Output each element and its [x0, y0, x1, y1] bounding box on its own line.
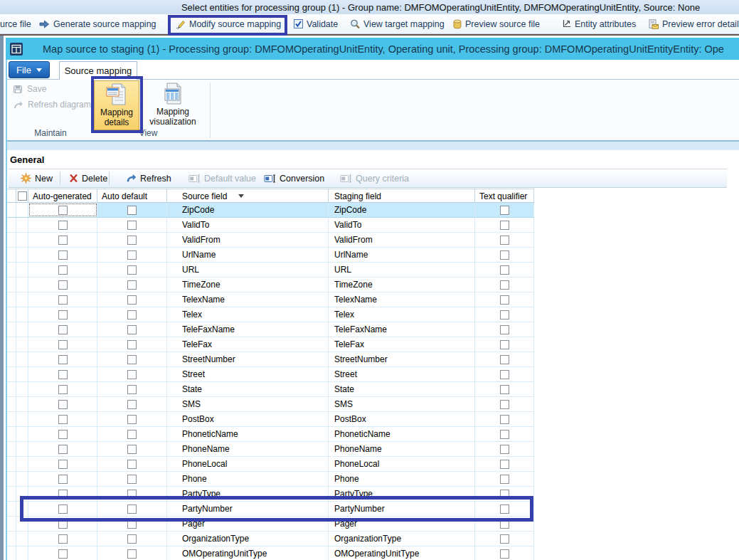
auto-default-checkbox[interactable] [127, 265, 137, 275]
text-qualifier-checkbox[interactable] [500, 280, 509, 290]
column-header-auto-generated[interactable]: Auto-generated [28, 189, 97, 203]
auto-default-checkbox[interactable] [127, 340, 137, 349]
table-row[interactable]: TeleFaxName TeleFaxName [7, 322, 534, 337]
auto-default-cell[interactable] [97, 546, 167, 560]
toolbar-item-modify-source-mapping[interactable]: Modify source mapping [176, 14, 281, 33]
text-qualifier-checkbox[interactable] [500, 534, 509, 544]
select-all-cell[interactable] [16, 189, 28, 203]
text-qualifier-checkbox[interactable] [500, 221, 509, 230]
table-row[interactable]: PartyType PartyType [7, 487, 534, 502]
staging-field-cell[interactable]: PartyNumber [329, 502, 475, 516]
text-qualifier-cell[interactable] [475, 292, 534, 307]
text-qualifier-checkbox[interactable] [500, 250, 509, 260]
staging-field-cell[interactable]: Street [329, 367, 475, 381]
text-qualifier-cell[interactable] [475, 487, 534, 501]
text-qualifier-checkbox[interactable] [500, 310, 509, 319]
auto-default-cell[interactable] [97, 203, 167, 217]
auto-generated-cell[interactable] [28, 487, 97, 501]
text-qualifier-checkbox[interactable] [500, 504, 509, 514]
source-field-cell[interactable]: UrlName [167, 248, 329, 262]
column-header-staging-field[interactable]: Staging field [329, 189, 475, 203]
auto-default-cell[interactable] [97, 337, 167, 352]
auto-default-cell[interactable] [97, 263, 167, 277]
table-row[interactable]: PartyNumber PartyNumber [7, 502, 534, 517]
text-qualifier-checkbox[interactable] [500, 265, 509, 275]
auto-default-checkbox[interactable] [127, 370, 137, 379]
text-qualifier-cell[interactable] [475, 382, 534, 396]
auto-default-cell[interactable] [97, 487, 167, 501]
text-qualifier-cell[interactable] [475, 278, 534, 292]
auto-generated-cell[interactable] [28, 322, 97, 337]
source-field-cell[interactable]: SMS [167, 397, 329, 411]
table-row[interactable]: Telex Telex [7, 307, 534, 322]
row-select-cell[interactable] [16, 278, 28, 292]
staging-field-cell[interactable]: SMS [329, 397, 475, 411]
auto-generated-cell[interactable] [28, 248, 97, 262]
row-select-cell[interactable] [16, 427, 28, 441]
staging-field-cell[interactable]: ValidFrom [329, 233, 475, 247]
auto-default-checkbox[interactable] [127, 310, 137, 319]
auto-default-cell[interactable] [97, 457, 167, 471]
auto-generated-checkbox[interactable] [58, 340, 68, 349]
row-select-cell[interactable] [16, 263, 28, 277]
staging-field-cell[interactable]: Phone [329, 472, 475, 486]
table-row[interactable]: ValidTo ValidTo [7, 218, 534, 233]
column-header-auto-default[interactable]: Auto default [97, 189, 167, 203]
text-qualifier-cell[interactable] [475, 517, 534, 531]
row-select-cell[interactable] [16, 502, 28, 516]
toolbar-item-validate[interactable]: Validate [294, 14, 338, 33]
mapping-details-button[interactable]: Mapping details [94, 80, 139, 130]
auto-generated-cell[interactable] [28, 292, 97, 307]
auto-generated-checkbox[interactable] [58, 490, 68, 499]
row-select-cell[interactable] [16, 233, 28, 247]
auto-default-cell[interactable] [97, 233, 167, 247]
text-qualifier-checkbox[interactable] [500, 325, 509, 334]
table-row[interactable]: OMOperatingUnitType OMOperatingUnitType [7, 546, 534, 560]
source-field-cell[interactable]: PartyNumber [167, 502, 329, 516]
auto-generated-checkbox[interactable] [58, 504, 68, 514]
row-select-cell[interactable] [16, 382, 28, 396]
auto-generated-cell[interactable] [28, 367, 97, 381]
auto-default-checkbox[interactable] [127, 325, 137, 334]
auto-generated-cell[interactable] [28, 307, 97, 322]
row-select-cell[interactable] [16, 442, 28, 456]
row-select-cell[interactable] [16, 203, 28, 217]
text-qualifier-cell[interactable] [475, 307, 534, 322]
auto-generated-checkbox[interactable] [58, 415, 68, 424]
source-field-cell[interactable]: StreetNumber [167, 352, 329, 366]
auto-generated-checkbox[interactable] [58, 370, 68, 379]
auto-generated-cell[interactable] [28, 517, 97, 531]
staging-field-cell[interactable]: URL [329, 263, 475, 277]
table-row[interactable]: UrlName UrlName [7, 248, 534, 263]
auto-generated-checkbox[interactable] [58, 400, 68, 409]
staging-field-cell[interactable]: TelexName [329, 292, 475, 307]
auto-default-cell[interactable] [97, 427, 167, 441]
auto-generated-checkbox[interactable] [58, 295, 68, 305]
auto-generated-cell[interactable] [28, 397, 97, 411]
source-field-cell[interactable]: TelexName [167, 292, 329, 307]
source-field-cell[interactable]: Telex [167, 307, 329, 322]
mapping-visualization-button[interactable]: Mapping visualization [145, 80, 201, 130]
auto-default-cell[interactable] [97, 248, 167, 262]
text-qualifier-checkbox[interactable] [500, 445, 509, 454]
auto-default-checkbox[interactable] [127, 549, 137, 559]
staging-field-cell[interactable]: UrlName [329, 248, 475, 262]
auto-default-cell[interactable] [97, 218, 167, 232]
auto-generated-checkbox[interactable] [58, 519, 68, 529]
source-field-cell[interactable]: ValidTo [167, 218, 329, 232]
auto-generated-checkbox[interactable] [58, 534, 68, 544]
auto-default-cell[interactable] [97, 322, 167, 337]
text-qualifier-checkbox[interactable] [500, 206, 509, 215]
auto-default-cell[interactable] [97, 292, 167, 307]
text-qualifier-checkbox[interactable] [500, 430, 509, 439]
auto-default-cell[interactable] [97, 532, 167, 546]
file-menu-button[interactable]: File [9, 61, 50, 78]
text-qualifier-checkbox[interactable] [500, 355, 509, 364]
row-select-cell[interactable] [16, 487, 28, 501]
auto-generated-cell[interactable] [28, 203, 97, 217]
source-field-cell[interactable]: TeleFaxName [167, 322, 329, 337]
table-row[interactable]: ZipCode ZipCode [7, 203, 534, 218]
source-field-cell[interactable]: PhoneName [167, 442, 329, 456]
auto-generated-checkbox[interactable] [58, 310, 68, 319]
text-qualifier-cell[interactable] [475, 412, 534, 426]
